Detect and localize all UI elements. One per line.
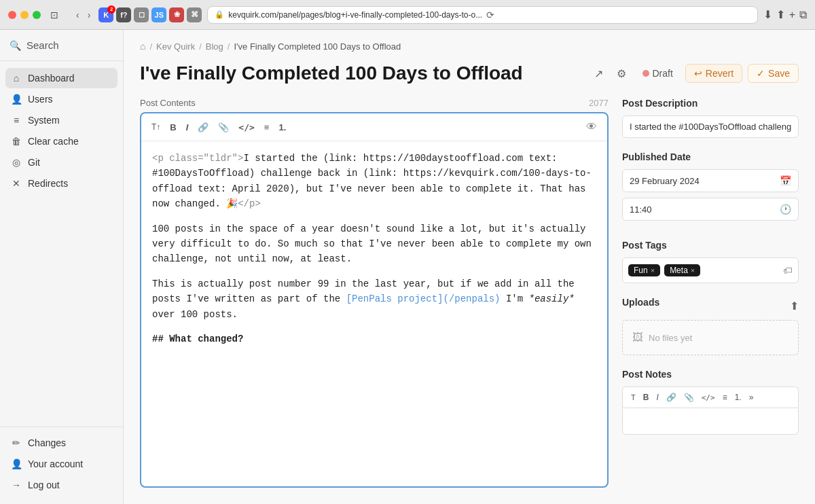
toolbar-link-button[interactable]: 🔗: [194, 120, 212, 134]
save-button[interactable]: ✓ Save: [748, 64, 799, 83]
share-button[interactable]: ⬆: [776, 8, 785, 21]
notes-extra-button[interactable]: »: [746, 391, 757, 403]
editor-body[interactable]: <p class="tldr">I started the (link: htt…: [141, 141, 607, 486]
extension-4[interactable]: JS: [151, 7, 166, 22]
extension-3[interactable]: ◻: [134, 7, 149, 22]
sidebar-item-label: System: [28, 115, 60, 126]
editor-paragraph-3: This is actually post number 99 in the l…: [152, 276, 596, 322]
home-icon: ⌂: [140, 41, 145, 52]
breadcrumb-current: I've Finally Completed 100 Days to Offlo…: [234, 41, 401, 52]
notes-code-button[interactable]: </>: [699, 392, 718, 403]
notes-text-button[interactable]: T: [628, 392, 638, 403]
sidebar-divider: [0, 60, 123, 61]
right-panel: Post Description Published Date 📅 🕐: [622, 98, 799, 488]
calendar-icon: 📅: [773, 170, 798, 192]
notes-olist-button[interactable]: 1.: [732, 391, 744, 403]
upload-button[interactable]: ⬆: [790, 300, 799, 312]
uploads-header-row: Uploads ⬆: [622, 297, 799, 314]
editor-preview-button[interactable]: 👁: [583, 119, 600, 135]
dashboard-icon: ⌂: [11, 73, 22, 84]
traffic-lights: [8, 11, 41, 19]
sidebar-item-redirects[interactable]: ✕ Redirects: [5, 173, 117, 194]
extension-1[interactable]: K 2: [98, 7, 113, 22]
sidebar-item-changes[interactable]: ✏ Changes: [5, 433, 117, 453]
toolbar-attach-button[interactable]: 📎: [215, 120, 232, 134]
save-label: Save: [768, 68, 790, 79]
forward-button[interactable]: ›: [85, 8, 94, 22]
sidebar: 🔍 Search ⌂ Dashboard 👤 Users ≡ System 🗑 …: [0, 30, 124, 504]
toolbar-ordered-list-button[interactable]: 1.: [275, 120, 289, 134]
toolbar-bold-button[interactable]: B: [166, 120, 179, 134]
revert-button[interactable]: ↩ Revert: [685, 64, 742, 83]
close-button[interactable]: [8, 11, 16, 19]
redirects-icon: ✕: [11, 178, 22, 189]
url-text: kevquirk.com/panel/pages/blog+i-ve-final…: [228, 10, 482, 20]
breadcrumb-blog[interactable]: Blog: [206, 41, 223, 52]
back-button[interactable]: ‹: [73, 8, 82, 22]
time-input[interactable]: [623, 199, 773, 220]
settings-button[interactable]: ⚙: [613, 65, 630, 83]
search-button[interactable]: 🔍 Search: [0, 30, 123, 58]
toolbar-list-button[interactable]: ≡: [261, 120, 273, 134]
download-button[interactable]: ⬇: [763, 8, 772, 21]
extension-5[interactable]: ❀: [169, 7, 184, 22]
notes-italic-button[interactable]: I: [653, 391, 661, 403]
sidebar-item-users[interactable]: 👤 Users: [5, 89, 117, 109]
notes-bold-button[interactable]: B: [640, 391, 652, 403]
toolbar-code-button[interactable]: </>: [235, 120, 257, 134]
tag-icon[interactable]: 🏷: [783, 265, 793, 276]
post-description-input[interactable]: [622, 115, 799, 138]
minimize-button[interactable]: [20, 11, 29, 19]
url-bar[interactable]: 🔒 kevquirk.com/panel/pages/blog+i-ve-fin…: [207, 6, 757, 24]
sidebar-item-your-account[interactable]: 👤 Your account: [5, 454, 117, 474]
uploads-section: Uploads ⬆ 🖼 No files yet: [622, 297, 799, 355]
changes-icon: ✏: [11, 437, 22, 448]
search-label: Search: [26, 39, 59, 51]
new-tab-button[interactable]: +: [789, 9, 795, 21]
tab-overview-button[interactable]: ⧉: [799, 9, 807, 21]
image-icon: 🖼: [632, 331, 643, 344]
toolbar-italic-button[interactable]: I: [183, 120, 192, 134]
no-files-label: No files yet: [649, 333, 692, 343]
reload-button[interactable]: ⟳: [486, 10, 494, 20]
notes-attach-button[interactable]: 📎: [681, 391, 697, 403]
sidebar-item-label: Redirects: [28, 178, 68, 189]
breadcrumb-sep: /: [149, 41, 152, 52]
tags-container[interactable]: Fun × Meta × 🏷: [622, 257, 799, 283]
external-link-button[interactable]: ↗: [590, 65, 607, 83]
date-field-row: 📅: [622, 169, 799, 192]
editor-paragraph-4: ## What changed?: [152, 331, 596, 346]
tag-fun-label: Fun: [634, 266, 648, 275]
sidebar-item-system[interactable]: ≡ System: [5, 110, 117, 130]
toolbar-text-size-button[interactable]: T↑: [148, 120, 164, 134]
post-notes-section: Post Notes T B I 🔗 📎 </> ≡ 1. »: [622, 369, 799, 435]
maximize-button[interactable]: [33, 11, 41, 19]
notes-content[interactable]: [622, 408, 799, 435]
sidebar-item-label: Log out: [28, 480, 60, 490]
git-icon: ◎: [11, 157, 22, 168]
extension-6[interactable]: ⌘: [187, 7, 202, 22]
breadcrumb-kev-quirk[interactable]: Kev Quirk: [156, 41, 195, 52]
sidebar-toggle-button[interactable]: ⊡: [46, 8, 62, 22]
sidebar-item-label: Your account: [28, 458, 83, 469]
tag-meta-remove[interactable]: ×: [691, 266, 695, 274]
sidebar-item-log-out[interactable]: → Log out: [5, 475, 117, 495]
clear-cache-icon: 🗑: [11, 136, 22, 147]
sidebar-item-clear-cache[interactable]: 🗑 Clear cache: [5, 131, 117, 151]
breadcrumb-sep: /: [199, 41, 202, 52]
notes-list-button[interactable]: ≡: [720, 391, 730, 403]
post-notes-title: Post Notes: [622, 369, 799, 380]
notes-link-button[interactable]: 🔗: [664, 391, 679, 403]
status-label: Draft: [653, 68, 673, 79]
editor-panel: Post Contents 2077 T↑ B I 🔗 📎 </> ≡ 1. 👁: [140, 98, 609, 488]
system-icon: ≡: [11, 115, 22, 126]
sidebar-item-git[interactable]: ◎ Git: [5, 152, 117, 173]
save-icon: ✓: [757, 68, 765, 79]
extension-2[interactable]: f?: [116, 7, 131, 22]
content-area: Post Contents 2077 T↑ B I 🔗 📎 </> ≡ 1. 👁: [124, 98, 815, 504]
date-input[interactable]: [623, 170, 773, 192]
tag-fun-remove[interactable]: ×: [651, 266, 655, 274]
browser-chrome: ⊡ ‹ › K 2 f? ◻ JS ❀ ⌘ 🔒 kevquirk.com/pan…: [0, 0, 815, 30]
published-date-section: Published Date 📅 🕐: [622, 151, 799, 226]
sidebar-item-dashboard[interactable]: ⌂ Dashboard: [5, 68, 117, 88]
